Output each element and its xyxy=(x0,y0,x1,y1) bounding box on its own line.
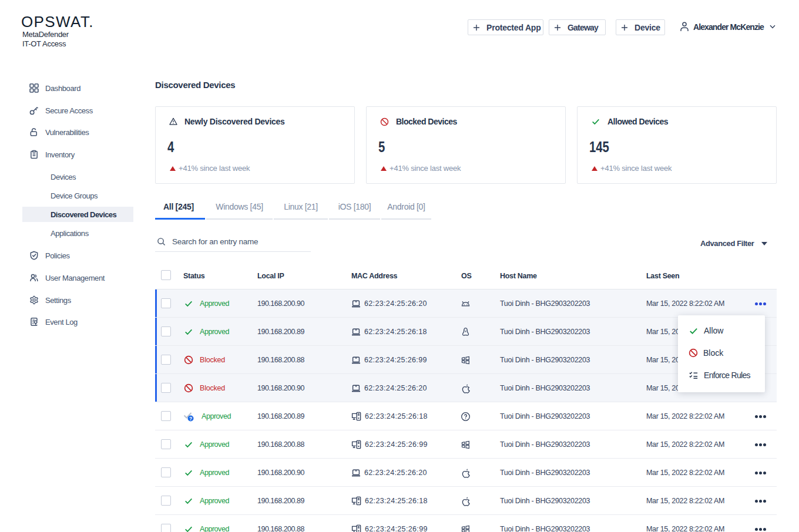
svg-text:?: ? xyxy=(189,415,192,421)
